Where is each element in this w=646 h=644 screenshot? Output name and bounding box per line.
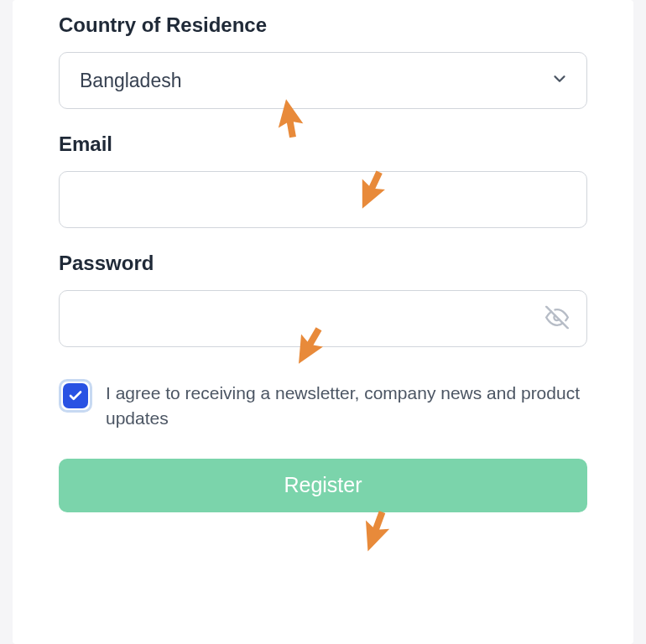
newsletter-label: I agree to receiving a newsletter, compa… xyxy=(106,379,587,432)
check-icon xyxy=(68,388,83,403)
password-label: Password xyxy=(59,252,587,275)
email-label: Email xyxy=(59,132,587,156)
toggle-password-visibility[interactable] xyxy=(542,303,572,335)
newsletter-checkbox[interactable] xyxy=(59,379,92,413)
country-selected-value: Bangladesh xyxy=(80,70,182,92)
password-group: Password xyxy=(59,252,587,347)
country-select[interactable]: Bangladesh xyxy=(59,52,587,109)
country-label: Country of Residence xyxy=(59,13,587,37)
register-button[interactable]: Register xyxy=(59,459,587,512)
registration-form: Country of Residence Bangladesh Email Pa… xyxy=(13,0,633,644)
email-field[interactable] xyxy=(59,171,587,228)
password-field[interactable] xyxy=(59,290,587,347)
country-group: Country of Residence Bangladesh xyxy=(59,13,587,109)
eye-off-icon xyxy=(545,319,569,332)
checkbox-checked-state xyxy=(63,383,88,408)
newsletter-row: I agree to receiving a newsletter, compa… xyxy=(59,379,587,432)
email-group: Email xyxy=(59,132,587,228)
register-button-label: Register xyxy=(284,473,362,496)
